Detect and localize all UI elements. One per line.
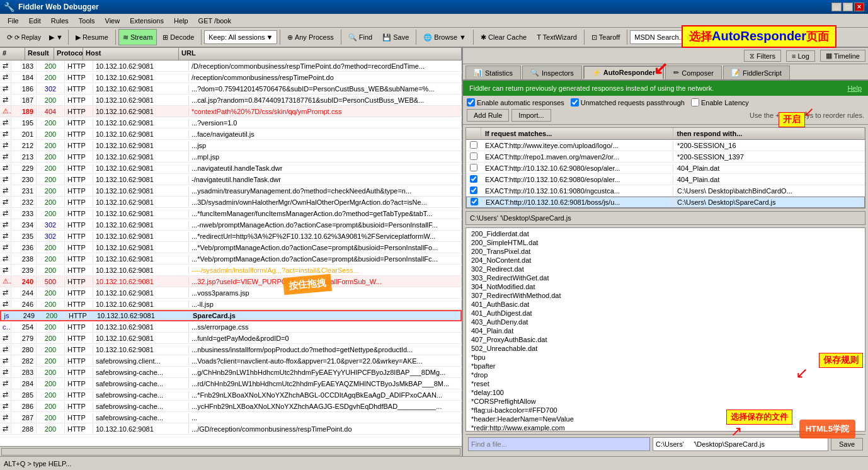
list-item[interactable]: *bpu [469, 353, 862, 362]
minimize-button[interactable]: _ [831, 3, 842, 11]
keep-dropdown[interactable]: Keep: All sessions ▼ [204, 30, 277, 44]
col-url[interactable]: URL [179, 48, 462, 60]
table-row[interactable]: ⇄212 200 HTTP 10.132.10.62:9081 ...jsp [0, 140, 462, 151]
list-item[interactable]: *drop [469, 370, 862, 379]
list-item[interactable]: 307_RedirectWithMethod.dat [469, 291, 862, 300]
table-row[interactable]: ⇄287 200 HTTP safebrowsing-cache... ... [0, 412, 462, 423]
table-row[interactable]: EXACT:http://10.132.10.62:9080/esop/aler… [466, 163, 865, 174]
rule-checkbox[interactable] [470, 141, 477, 149]
menu-help[interactable]: Help [169, 16, 193, 26]
list-item[interactable]: *header:HeaderName=NewValue [469, 415, 862, 423]
table-row[interactable]: ⇄187 200 HTTP 10.132.10.62:9081 ...cal.j… [0, 95, 462, 106]
rule-checkbox[interactable] [470, 164, 477, 171]
table-row[interactable]: ⇄246 200 HTTP 10.132.10.62:9081 ...-ll.j… [0, 299, 462, 310]
col-protocol[interactable]: Protocol [54, 48, 83, 60]
table-row[interactable]: ⇄279 200 HTTP 10.132.10.62:9081 ...funId… [0, 333, 462, 344]
list-item[interactable]: 404_Plain.dat [469, 326, 862, 335]
table-row[interactable]: ⇄282 200 HTTP safebrowsing.client... ...… [0, 355, 462, 367]
menu-rules[interactable]: Rules [46, 16, 74, 26]
col-hash[interactable]: # [0, 48, 25, 60]
table-row[interactable]: css254 200 HTTP 10.132.10.62:9081 ...ss/… [0, 321, 462, 333]
enable-latency-label[interactable]: Enable Latency [691, 98, 749, 106]
table-row[interactable]: ⇄184 200 HTTP 10.132.10.62:9081 /recepti… [0, 72, 462, 83]
list-item[interactable]: 303_RedirectWithGet.dat [469, 273, 862, 282]
table-row[interactable]: ⇄235 302 HTTP 10.132.10.62:9081 ...*redi… [0, 231, 462, 242]
list-item[interactable]: *redir:http://www.example.com [469, 423, 862, 432]
list-item[interactable]: *CORSPreflightAllow [469, 397, 862, 406]
text-wizard-button[interactable]: T TextWizard [532, 29, 581, 45]
menu-file[interactable]: File [3, 16, 24, 26]
list-item[interactable]: 200_SimpleHTML.dat [469, 238, 862, 247]
tab-inspectors[interactable]: 🔍 Inspectors [522, 66, 582, 79]
resume-dropdown[interactable]: ▶ ▼ [47, 32, 66, 43]
list-item[interactable]: *bpafter [469, 362, 862, 370]
enable-auto-checkbox-label[interactable]: Enable automatic responses [467, 98, 564, 106]
list-item[interactable]: 200_Fiddlerdat.dat [469, 229, 862, 238]
list-item[interactable]: *reset [469, 379, 862, 388]
menu-tools[interactable]: Tools [74, 16, 100, 26]
tab-fiddlerscript[interactable]: 📝 FiddlerScript [723, 66, 790, 79]
list-item[interactable]: *flag:ui-backcolor=#FFD700 [469, 406, 862, 415]
list-item[interactable]: 403_AuthDeny.dat [469, 318, 862, 326]
table-row[interactable]: ⇄234 302 HTTP 10.132.10.62:9081 ...-nweb… [0, 219, 462, 231]
rule-checkbox[interactable] [470, 175, 477, 183]
table-row[interactable]: ⇄183 200 HTTP 10.132.10.62:9081 /D/recep… [0, 60, 462, 72]
table-row[interactable]: ⇄283 200 HTTP safebrowsing-cache... ...g… [0, 367, 462, 378]
table-row[interactable]: ⇄186 302 HTTP 10.132.10.62:9081 ...?dom=… [0, 83, 462, 95]
table-row[interactable]: js249 200 HTTP 10.132.10.62:9081 SpareCa… [0, 310, 462, 321]
ar-save-button[interactable]: Save [831, 438, 863, 450]
maximize-button[interactable]: □ [843, 3, 853, 11]
find-file-input[interactable] [468, 437, 650, 451]
table-row[interactable]: ⇄284 200 HTTP safebrowsing-cache... ...r… [0, 378, 462, 389]
list-item[interactable]: 302_Redirect.dat [469, 265, 862, 273]
table-row[interactable]: ⇄232 200 HTTP 10.132.10.62:9081 ...3D/sy… [0, 197, 462, 208]
table-row[interactable]: EXACT:http://10.132.10.62:9081/boss/js/u… [466, 197, 865, 208]
log-tab[interactable]: ≡ Log [786, 50, 815, 62]
decode-button[interactable]: ⊞ Decode [158, 29, 198, 45]
menu-view[interactable]: View [100, 16, 125, 26]
online-button[interactable]: ● Online ✕ [705, 29, 748, 45]
filters-tab[interactable]: ⧖ Filters [744, 50, 781, 62]
table-row[interactable]: EXACT:http://www.iteye.com/upload/logo/.… [466, 140, 865, 151]
add-rule-button[interactable]: Add Rule [467, 109, 509, 122]
table-row[interactable]: EXACT:http://10.132.10.62:9080/esop/aler… [466, 174, 865, 185]
table-row[interactable]: ⚠189 404 HTTP 10.132.10.62:9081 *context… [0, 106, 462, 117]
menu-edit[interactable]: Edit [24, 16, 46, 26]
table-row[interactable]: ⇄239 200 HTTP 10.132.10.62:9081 ----/sys… [0, 265, 462, 276]
find-button[interactable]: 🔍 Find [344, 29, 377, 45]
enable-auto-checkbox[interactable] [467, 98, 475, 106]
replay-button[interactable]: ⟳ ⟳ Replay [3, 29, 45, 45]
browse-button[interactable]: 🌐 Browse ▼ [419, 29, 471, 45]
timeline-tab[interactable]: ▦ Timeline [820, 50, 865, 62]
table-row[interactable]: ⇄286 200 HTTP safebrowsing-cache... ...y… [0, 401, 462, 412]
table-row[interactable]: ⇄213 200 HTTP 10.132.10.62:9081 ...mpl.j… [0, 151, 462, 163]
table-row[interactable]: ⚠240 500 HTTP 10.132.10.62:9081 ...32.js… [0, 276, 462, 287]
table-row[interactable]: ⇄233 200 HTTP 10.132.10.62:9081 ...*func… [0, 208, 462, 219]
list-item[interactable]: 407_ProxyAuthBasic.dat [469, 335, 862, 344]
table-row[interactable]: EXACT:http://repo1.maven.org/maven2/or..… [466, 151, 865, 163]
table-row[interactable]: ⇄231 200 HTTP 10.132.10.62:9081 ...ysadm… [0, 185, 462, 197]
table-row[interactable]: ⇄201 200 HTTP 10.132.10.62:9081 ...face/… [0, 129, 462, 140]
ar-help-link[interactable]: Help [847, 84, 862, 92]
rule-checkbox[interactable] [470, 152, 477, 160]
unmatched-passthrough-checkbox[interactable] [571, 98, 579, 106]
col-result[interactable]: Result [25, 48, 54, 60]
saved-file-input[interactable] [653, 437, 828, 451]
close-button[interactable]: ✕ [854, 3, 864, 11]
tearoff-button[interactable]: ⊡ Tearoff [587, 29, 624, 45]
table-row[interactable]: ⇄285 200 HTTP safebrowsing-cache... ...*… [0, 389, 462, 401]
rule-checkbox[interactable] [470, 186, 477, 194]
table-row[interactable]: EXACT:http://10.132.10.61:9080/ngcustca.… [466, 185, 865, 197]
list-item[interactable]: 401_AuthDigest.dat [469, 309, 862, 318]
table-row[interactable]: ⇄238 200 HTTP 10.132.10.62:9081 ...*Veb/… [0, 253, 462, 265]
table-row[interactable]: ⇄280 200 HTTP 10.132.10.62:9081 ...nbusi… [0, 344, 462, 355]
table-row[interactable]: ⇄236 200 HTTP 10.132.10.62:9081 ...*Veb/… [0, 242, 462, 253]
table-row[interactable]: ⇄230 200 HTTP 10.132.10.62:9081 -/naviga… [0, 174, 462, 185]
table-row[interactable]: ⇄195 200 HTTP 10.132.10.62:9081 ...?vers… [0, 117, 462, 129]
save-button[interactable]: 💾 Save [378, 29, 413, 45]
table-row[interactable]: ⇄244 200 HTTP 10.132.10.62:9081 ...voss3… [0, 287, 462, 299]
unmatched-passthrough-label[interactable]: Unmatched requests passthrough [571, 98, 685, 106]
stream-button[interactable]: ≋ Stream [118, 29, 157, 45]
list-item[interactable]: 304_NotModified.dat [469, 282, 862, 291]
import-button[interactable]: Import... [511, 109, 551, 122]
